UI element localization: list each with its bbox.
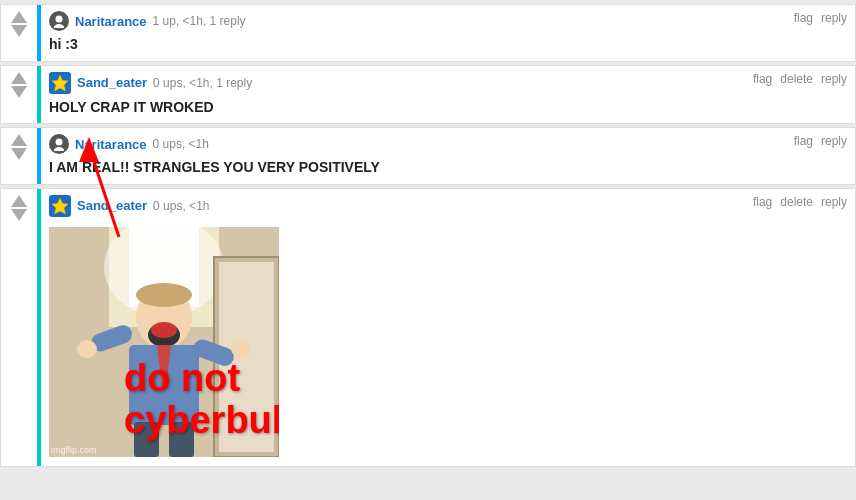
comment-block: Sand_eater 0 ups, <1h, 1 reply HOLY CRAP…	[0, 65, 856, 125]
meme-text: do not cyberbully	[124, 358, 274, 442]
comment-meta: 0 ups, <1h	[153, 199, 209, 213]
comment-block: Naritarance 1 up, <1h, 1 reply hi :3 fla…	[0, 4, 856, 62]
svg-point-5	[54, 147, 64, 151]
flag-link[interactable]: flag	[794, 11, 813, 25]
reply-link[interactable]: reply	[821, 72, 847, 86]
user-avatar-star	[49, 195, 71, 217]
reply-link[interactable]: reply	[821, 134, 847, 148]
delete-link[interactable]: delete	[780, 72, 813, 86]
svg-point-17	[151, 322, 177, 338]
flag-link[interactable]: flag	[753, 195, 772, 209]
comment-header: Naritarance 1 up, <1h, 1 reply	[49, 11, 847, 31]
flag-link[interactable]: flag	[753, 72, 772, 86]
svg-marker-27	[79, 137, 99, 162]
red-arrow	[69, 127, 149, 247]
comment-content: Naritarance 1 up, <1h, 1 reply hi :3 fla…	[41, 5, 855, 61]
upvote-button[interactable]	[11, 134, 27, 146]
comment-meta: 0 ups, <1h	[153, 137, 209, 151]
comment-header: Sand_eater 0 ups, <1h	[49, 195, 847, 217]
meme-image-container: do not cyberbully imgflip.com	[49, 227, 279, 457]
svg-point-0	[56, 16, 63, 23]
comment-block: Sand_eater 0 ups, <1h	[0, 188, 856, 467]
svg-point-22	[231, 340, 251, 358]
downvote-button[interactable]	[11, 148, 27, 160]
username[interactable]: Naritarance	[75, 14, 147, 29]
reply-link[interactable]: reply	[821, 195, 847, 209]
imgflip-watermark: imgflip.com	[51, 445, 97, 455]
comment-meta: 0 ups, <1h, 1 reply	[153, 76, 252, 90]
vote-column	[1, 66, 37, 124]
username[interactable]: Sand_eater	[77, 75, 147, 90]
comment-actions: flag reply	[794, 11, 847, 25]
downvote-button[interactable]	[11, 86, 27, 98]
downvote-button[interactable]	[11, 25, 27, 37]
user-avatar	[49, 11, 69, 31]
comment-actions: flag reply	[794, 134, 847, 148]
user-avatar-star	[49, 72, 71, 94]
comment-content: Naritarance 0 ups, <1h I AM REAL!! STRAN…	[41, 128, 855, 184]
comment-content: Sand_eater 0 ups, <1h	[41, 189, 855, 466]
svg-point-1	[54, 24, 64, 28]
reply-link[interactable]: reply	[821, 11, 847, 25]
svg-point-4	[56, 139, 63, 146]
downvote-button[interactable]	[11, 209, 27, 221]
comment-header: Sand_eater 0 ups, <1h, 1 reply	[49, 72, 847, 94]
comment-actions: flag delete reply	[753, 72, 847, 86]
user-avatar	[49, 134, 69, 154]
vote-column	[1, 128, 37, 184]
delete-link[interactable]: delete	[780, 195, 813, 209]
vote-column	[1, 5, 37, 61]
comment-header: Naritarance 0 ups, <1h	[49, 134, 847, 154]
comment-actions: flag delete reply	[753, 195, 847, 209]
upvote-button[interactable]	[11, 195, 27, 207]
comment-section: Naritarance 1 up, <1h, 1 reply hi :3 fla…	[0, 0, 856, 474]
svg-point-15	[136, 283, 192, 307]
flag-link[interactable]: flag	[794, 134, 813, 148]
meme-overlay-text: do not cyberbully	[124, 357, 279, 441]
upvote-button[interactable]	[11, 11, 27, 23]
upvote-button[interactable]	[11, 72, 27, 84]
comment-text: hi :3	[49, 35, 847, 55]
vote-column	[1, 189, 37, 466]
comment-content: Sand_eater 0 ups, <1h, 1 reply HOLY CRAP…	[41, 66, 855, 124]
comment-meta: 1 up, <1h, 1 reply	[153, 14, 246, 28]
comment-text: I AM REAL!! STRANGLES YOU VERY POSITIVEL…	[49, 158, 847, 178]
meme-image: do not cyberbully imgflip.com	[49, 227, 279, 457]
comment-text: HOLY CRAP IT WROKED	[49, 98, 847, 118]
svg-point-21	[77, 340, 97, 358]
